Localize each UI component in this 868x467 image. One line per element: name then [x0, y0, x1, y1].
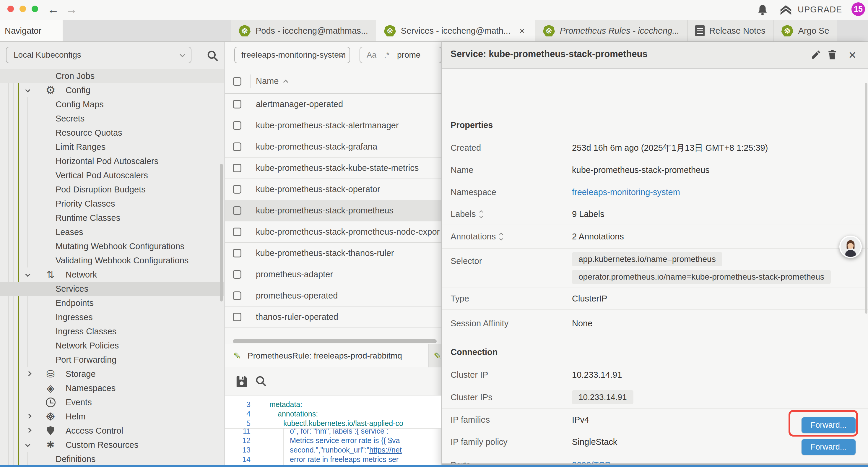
sidebar-item[interactable]: Mutating Webhook Configurations	[0, 239, 224, 253]
expander-icon[interactable]	[480, 211, 483, 217]
sidebar-item[interactable]: Events	[0, 395, 224, 409]
row-checkbox[interactable]	[233, 228, 241, 236]
sidebar-item[interactable]: Definitions	[0, 452, 224, 465]
sidebar-item[interactable]: Cron Jobs	[0, 69, 224, 83]
sidebar-item[interactable]: Vertical Pod Autoscalers	[0, 168, 224, 182]
sidebar-item-label: Pod Disruption Budgets	[0, 185, 146, 195]
row-checkbox[interactable]	[233, 206, 241, 215]
sidebar-item[interactable]: Priority Classes	[0, 197, 224, 211]
row-checkbox[interactable]	[233, 249, 241, 258]
name-column-header[interactable]: Name	[256, 76, 279, 86]
sidebar-item[interactable]: Leases	[0, 225, 224, 239]
upgrade-button[interactable]: UPGRADE	[798, 5, 842, 14]
close-traffic-light[interactable]	[7, 6, 14, 12]
sidebar-item[interactable]: Helm	[0, 409, 224, 424]
sidebar-item[interactable]: Endpoints	[0, 296, 224, 310]
sidebar-item[interactable]: Config Maps	[0, 97, 224, 111]
match-case-toggle[interactable]: Aa	[367, 51, 376, 60]
sidebar-item[interactable]: Ingress Classes	[0, 324, 224, 339]
table-row[interactable]: kube-prometheus-stack-prometheus-node-ex…	[225, 222, 441, 243]
sort-ascending-icon[interactable]	[283, 80, 288, 85]
drawer-close-icon[interactable]: ×	[846, 49, 859, 61]
expander-icon[interactable]	[500, 233, 502, 240]
table-row[interactable]: kube-prometheus-stack-kube-state-metrics	[225, 157, 441, 179]
sidebar-item[interactable]: Services	[0, 282, 224, 296]
yaml-editor[interactable]: 11 o", for: "hm", labels :{ service : 12…	[225, 396, 441, 465]
sidebar-item[interactable]: Custom Resources	[0, 438, 224, 452]
sidebar-item[interactable]: Pod Disruption Budgets	[0, 182, 224, 197]
table-row[interactable]: kube-prometheus-stack-grafana	[225, 136, 441, 157]
sidebar-scrollbar[interactable]	[220, 164, 223, 301]
sidebar-item[interactable]: Horizontal Pod Autoscalers	[0, 154, 224, 168]
namespace-selector-value: freeleaps-monitoring-system	[241, 50, 346, 60]
back-arrow-icon[interactable]: ←	[47, 3, 59, 16]
tab-close-icon[interactable]	[517, 26, 527, 36]
table-row[interactable]: kube-prometheus-stack-alertmanager	[225, 115, 441, 136]
sidebar-item[interactable]: Secrets	[0, 111, 224, 126]
sidebar-item[interactable]: Network	[0, 267, 224, 282]
row-checkbox[interactable]	[233, 143, 241, 151]
table-row[interactable]: kube-prometheus-stack-prometheus	[225, 200, 441, 222]
row-checkbox[interactable]	[233, 291, 241, 300]
row-checkbox[interactable]	[233, 270, 241, 279]
row-checkbox[interactable]	[233, 164, 241, 172]
sidebar-item[interactable]: Runtime Classes	[0, 211, 224, 225]
minimize-traffic-light[interactable]	[20, 6, 26, 12]
table-row[interactable]: prometheus-adapter	[225, 264, 441, 285]
row-checkbox[interactable]	[233, 185, 241, 194]
navigator-sidebar: Local Kubeconfigs Cron Jobs Config	[0, 42, 224, 467]
type-row: Type ClusterIP	[442, 288, 868, 310]
row-checkbox[interactable]	[233, 313, 241, 321]
sidebar-item[interactable]: Validating Webhook Configurations	[0, 253, 224, 267]
select-all-checkbox[interactable]	[233, 77, 241, 86]
sidebar-item-label: Helm	[0, 412, 86, 421]
sidebar-item[interactable]: Namespaces	[0, 381, 224, 395]
table-row[interactable]: kube-prometheus-stack-operator	[225, 179, 441, 200]
user-avatar[interactable]	[839, 236, 862, 258]
table-row[interactable]: alertmanager-operated	[225, 94, 441, 115]
notifications-bell-icon[interactable]	[756, 4, 769, 18]
app-tab[interactable]: Pods - icecheng@mathmas...	[231, 20, 376, 41]
editor-tab-partial[interactable]	[429, 344, 441, 368]
sidebar-item[interactable]: Access Control	[0, 424, 224, 438]
table-row[interactable]: thanos-ruler-operated	[225, 307, 441, 328]
sidebar-item[interactable]: Resource Quotas	[0, 126, 224, 140]
maximize-traffic-light[interactable]	[32, 6, 38, 12]
regex-toggle[interactable]: .*	[384, 51, 390, 60]
save-icon[interactable]	[235, 375, 248, 390]
table-row[interactable]: kube-prometheus-stack-thanos-ruler	[225, 243, 441, 264]
sidebar-item[interactable]: Storage	[0, 367, 224, 381]
table-row[interactable]: prometheus-operated	[225, 285, 441, 307]
edit-pencil-icon[interactable]	[809, 49, 822, 61]
notification-count-badge[interactable]: 15	[851, 2, 865, 16]
app-tab[interactable]: Services - icecheng@math...	[376, 20, 535, 41]
sidebar-item[interactable]: Config	[0, 83, 224, 97]
row-checkbox[interactable]	[233, 121, 241, 130]
app-tab[interactable]: Prometheus Rules - icecheng...	[535, 20, 687, 41]
code-line: 14 error rate in freeleaps metrics ser	[225, 455, 441, 464]
delete-trash-icon[interactable]	[826, 49, 839, 61]
sidebar-item[interactable]: Port Forwarding	[0, 353, 224, 367]
sidebar-item[interactable]: Limit Ranges	[0, 140, 224, 154]
filter-input[interactable]: Aa .* prome	[360, 47, 442, 63]
namespace-selector[interactable]: freeleaps-monitoring-system	[234, 47, 350, 63]
forward-button-8080[interactable]: Forward...	[802, 439, 856, 455]
tree-item-icon	[43, 83, 58, 97]
namespace-link[interactable]: freeleaps-monitoring-system	[572, 187, 680, 197]
navigator-search-icon[interactable]	[206, 49, 219, 64]
session-affinity-row: Session Affinity None	[442, 310, 868, 337]
kubeconfig-selector[interactable]: Local Kubeconfigs	[6, 47, 191, 63]
forward-arrow-icon[interactable]: →	[66, 3, 78, 16]
upgrade-icon[interactable]	[779, 4, 793, 18]
app-tab[interactable]: Release Notes	[687, 20, 773, 41]
sidebar-item[interactable]: Network Policies	[0, 339, 224, 353]
row-checkbox[interactable]	[233, 100, 241, 109]
tree-item-icon	[43, 424, 58, 438]
drawer-scrollbar[interactable]	[865, 83, 867, 314]
app-tab[interactable]: Argo Se	[773, 20, 837, 41]
editor-search-icon[interactable]	[254, 375, 267, 389]
sidebar-item[interactable]: Ingresses	[0, 310, 224, 324]
horizontal-scrollbar[interactable]	[233, 339, 437, 343]
editor-tab-active[interactable]: PrometheusRule: freeleaps-prod-rabbitmq	[225, 344, 428, 368]
cluster-ip-value: 10.233.14.91	[572, 370, 622, 380]
